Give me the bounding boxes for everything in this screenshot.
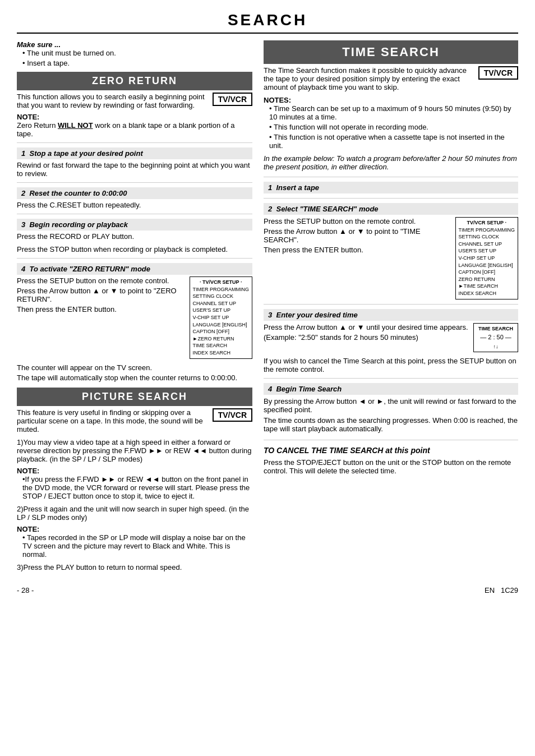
right-column: TIME SEARCH TV/VCR The Time Search funct… xyxy=(264,40,518,575)
make-sure-label: Make sure ... xyxy=(17,40,252,49)
ps-item-2: 2)Press it again and the unit will now s… xyxy=(17,505,252,522)
ts-note-2: This function will not operate in record… xyxy=(269,123,518,131)
zero-return-badge: TV/VCR xyxy=(213,93,252,106)
ts-step-3-text3: If you wish to cancel the Time Search at… xyxy=(264,357,518,374)
step-4-text3: Then press the ENTER button. xyxy=(17,305,184,314)
step-1-label: 1 Stop a tape at your desired point xyxy=(17,147,252,159)
ps-item-1: 1)You may view a video tape at a high sp… xyxy=(17,438,252,463)
step-3-text1: Press the RECORD or PLAY button. xyxy=(17,232,252,241)
zero-return-menu: · TV/VCR SETUP · TIMER PROGRAMMING SETTI… xyxy=(190,276,253,359)
ts-notes-label: NOTES: xyxy=(264,96,518,104)
step-3-label: 3 Begin recording or playback xyxy=(17,219,252,231)
ts-step-3-label: 3 Enter your desired time xyxy=(264,309,518,321)
ts-step-2-text2: Press the Arrow button ▲ or ▼ to point t… xyxy=(264,227,450,244)
time-display-box: TIME SEARCH — 2 : 50 — ↑↓ xyxy=(473,323,518,353)
step-4-text1: Press the SETUP button on the remote con… xyxy=(17,276,184,285)
step-4-content: Press the SETUP button on the remote con… xyxy=(17,276,252,359)
footer-code: 1C29 xyxy=(501,586,518,594)
zero-return-section: ZERO RETURN TV/VCR This function allows … xyxy=(17,72,252,382)
ps-note1-text: •If you press the F.FWD ►► or REW ◄◄ but… xyxy=(17,475,252,500)
ps-note2-text: • Tapes recorded in the SP or LP mode wi… xyxy=(17,533,252,559)
ps-item-3: 3)Press the PLAY button to return to nor… xyxy=(17,563,252,571)
ps-note2-label: NOTE: xyxy=(17,525,252,533)
left-column: Make sure ... The unit must be turned on… xyxy=(17,40,252,575)
ts-step-2-content: Press the SETUP button on the remote con… xyxy=(264,217,518,299)
ts-step-2-text3: Then press the ENTER button. xyxy=(264,246,450,254)
step-4-text4: The counter will appear on the TV screen… xyxy=(17,363,252,372)
ts-example-text: In the example below: To watch a program… xyxy=(264,154,518,171)
picture-search-badge: TV/VCR xyxy=(213,408,252,422)
step-4-text5: The tape will automatically stop when th… xyxy=(17,374,252,382)
time-search-badge: TV/VCR xyxy=(478,66,518,80)
step-2-label: 2 Reset the counter to 0:00:00 xyxy=(17,187,252,199)
ts-step-3-text1: Press the Arrow button ▲ or ▼ until your… xyxy=(264,323,469,331)
ts-note-1: Time Search can be set up to a maximum o… xyxy=(269,104,518,121)
ts-step-3-text2: (Example: "2:50" stands for 2 hours 50 m… xyxy=(264,333,469,342)
ts-step-4-label: 4 Begin Time Search xyxy=(264,383,518,395)
step-1-text: Rewind or fast forward the tape to the b… xyxy=(17,161,252,178)
ts-note-3: This function is not operative when a ca… xyxy=(269,133,518,150)
step-3-text2: Press the STOP button when recording or … xyxy=(17,245,252,253)
intro-bullet-2: Insert a tape. xyxy=(22,59,252,67)
ts-step-2-text1: Press the SETUP button on the remote con… xyxy=(264,217,450,225)
step-4-label: 4 To activate "ZERO RETURN" mode xyxy=(17,263,252,275)
ts-step-1-label: 1 Insert a tape xyxy=(264,182,518,193)
intro-bullets: The unit must be turned on. Insert a tap… xyxy=(17,49,252,67)
page-title: SEARCH xyxy=(17,11,518,34)
cancel-section: TO CANCEL THE TIME SEARCH at this point … xyxy=(264,446,518,475)
footer-lang-code: EN 1C29 xyxy=(485,586,518,594)
ts-step-2-label: 2 Select "TIME SEARCH" mode xyxy=(264,203,518,215)
cancel-text: Press the STOP/EJECT button on the unit … xyxy=(264,458,518,475)
footer-page: - 28 - xyxy=(17,586,34,594)
step-2-text: Press the C.RESET button repeatedly. xyxy=(17,201,252,209)
ps-note1-label: NOTE: xyxy=(17,467,252,475)
time-search-heading: TIME SEARCH xyxy=(264,40,518,64)
time-search-menu: TV/VCR SETUP · TIMER PROGRAMMING SETTING… xyxy=(455,217,519,299)
zero-return-note-label: NOTE: xyxy=(17,113,252,121)
footer-lang: EN xyxy=(485,586,495,594)
picture-search-heading: PICTURE SEARCH xyxy=(17,388,252,406)
ts-notes: Time Search can be set up to a maximum o… xyxy=(264,104,518,150)
cancel-title: TO CANCEL THE TIME SEARCH at this point xyxy=(264,446,518,455)
zero-return-note-text: Zero Return WILL NOT work on a blank tap… xyxy=(17,121,252,138)
zero-return-heading: ZERO RETURN xyxy=(17,72,252,90)
step-4-text2: Press the Arrow button ▲ or ▼ to point t… xyxy=(17,287,184,303)
ts-step-4-text1: By pressing the Arrow button ◄ or ►, the… xyxy=(264,397,518,414)
picture-search-section: PICTURE SEARCH TV/VCR This feature is ve… xyxy=(17,388,252,571)
intro-bullet-1: The unit must be turned on. xyxy=(22,49,252,57)
ts-step-4-text2: The time counts down as the searching pr… xyxy=(264,416,518,433)
page-footer: - 28 - EN 1C29 xyxy=(17,586,518,594)
